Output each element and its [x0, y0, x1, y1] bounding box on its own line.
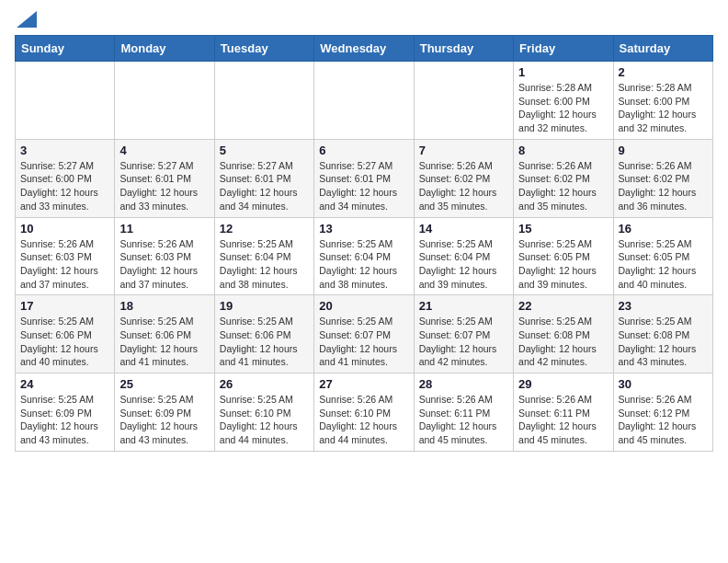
- calendar-cell: 23Sunrise: 5:25 AM Sunset: 6:08 PM Dayli…: [613, 295, 712, 373]
- day-number: 7: [419, 144, 508, 157]
- day-info: Sunrise: 5:26 AM Sunset: 6:11 PM Dayligh…: [518, 393, 608, 447]
- calendar-header: SundayMondayTuesdayWednesdayThursdayFrid…: [16, 36, 713, 62]
- day-info: Sunrise: 5:26 AM Sunset: 6:02 PM Dayligh…: [619, 159, 708, 213]
- weekday-header-saturday: Saturday: [613, 36, 712, 62]
- calendar-cell: [314, 62, 414, 140]
- calendar-cell: 16Sunrise: 5:25 AM Sunset: 6:05 PM Dayli…: [613, 217, 712, 295]
- page-header: [15, 15, 713, 24]
- day-number: 6: [319, 144, 408, 157]
- day-number: 2: [619, 65, 708, 79]
- calendar-cell: 26Sunrise: 5:25 AM Sunset: 6:10 PM Dayli…: [214, 373, 313, 452]
- calendar-cell: [115, 62, 214, 140]
- day-number: 4: [119, 144, 209, 157]
- day-info: Sunrise: 5:25 AM Sunset: 6:07 PM Dayligh…: [319, 315, 408, 369]
- calendar-cell: 14Sunrise: 5:25 AM Sunset: 6:04 PM Dayli…: [414, 217, 513, 295]
- day-number: 3: [20, 144, 109, 157]
- calendar-cell: 12Sunrise: 5:25 AM Sunset: 6:04 PM Dayli…: [214, 217, 313, 295]
- calendar-cell: 4Sunrise: 5:27 AM Sunset: 6:01 PM Daylig…: [115, 139, 214, 217]
- day-info: Sunrise: 5:28 AM Sunset: 6:00 PM Dayligh…: [619, 81, 708, 135]
- calendar-cell: 2Sunrise: 5:28 AM Sunset: 6:00 PM Daylig…: [613, 62, 712, 140]
- calendar-body: 1Sunrise: 5:28 AM Sunset: 6:00 PM Daylig…: [16, 62, 713, 452]
- calendar-cell: 9Sunrise: 5:26 AM Sunset: 6:02 PM Daylig…: [613, 139, 712, 217]
- calendar-cell: 24Sunrise: 5:25 AM Sunset: 6:09 PM Dayli…: [16, 373, 115, 452]
- weekday-header-friday: Friday: [514, 36, 613, 62]
- logo: [15, 15, 37, 24]
- day-number: 10: [20, 222, 109, 236]
- day-info: Sunrise: 5:25 AM Sunset: 6:06 PM Dayligh…: [220, 315, 309, 369]
- day-number: 16: [619, 222, 708, 236]
- calendar-cell: 20Sunrise: 5:25 AM Sunset: 6:07 PM Dayli…: [314, 295, 414, 373]
- day-number: 1: [518, 65, 608, 79]
- day-number: 8: [518, 144, 608, 157]
- day-info: Sunrise: 5:25 AM Sunset: 6:10 PM Dayligh…: [220, 393, 309, 447]
- calendar-cell: 28Sunrise: 5:26 AM Sunset: 6:11 PM Dayli…: [414, 373, 513, 452]
- calendar-cell: 19Sunrise: 5:25 AM Sunset: 6:06 PM Dayli…: [214, 295, 313, 373]
- day-number: 17: [20, 299, 109, 313]
- weekday-header-thursday: Thursday: [414, 36, 513, 62]
- calendar-cell: 25Sunrise: 5:25 AM Sunset: 6:09 PM Dayli…: [115, 373, 214, 452]
- day-number: 18: [119, 299, 209, 313]
- weekday-header-tuesday: Tuesday: [214, 36, 313, 62]
- day-info: Sunrise: 5:25 AM Sunset: 6:07 PM Dayligh…: [419, 315, 508, 369]
- weekday-header-row: SundayMondayTuesdayWednesdayThursdayFrid…: [16, 36, 713, 62]
- day-info: Sunrise: 5:25 AM Sunset: 6:04 PM Dayligh…: [319, 237, 408, 292]
- calendar-cell: 29Sunrise: 5:26 AM Sunset: 6:11 PM Dayli…: [514, 373, 613, 452]
- calendar-cell: [16, 62, 115, 140]
- calendar-week-2: 3Sunrise: 5:27 AM Sunset: 6:00 PM Daylig…: [16, 139, 713, 217]
- day-info: Sunrise: 5:27 AM Sunset: 6:01 PM Dayligh…: [220, 159, 309, 213]
- calendar-week-5: 24Sunrise: 5:25 AM Sunset: 6:09 PM Dayli…: [16, 373, 713, 452]
- day-info: Sunrise: 5:26 AM Sunset: 6:02 PM Dayligh…: [419, 159, 508, 213]
- day-info: Sunrise: 5:25 AM Sunset: 6:04 PM Dayligh…: [220, 237, 309, 292]
- day-number: 22: [518, 299, 608, 313]
- day-number: 26: [220, 377, 309, 391]
- calendar-cell: 22Sunrise: 5:25 AM Sunset: 6:08 PM Dayli…: [514, 295, 613, 373]
- calendar-cell: 8Sunrise: 5:26 AM Sunset: 6:02 PM Daylig…: [514, 139, 613, 217]
- calendar-cell: [214, 62, 313, 140]
- day-number: 28: [419, 377, 508, 391]
- svg-marker-0: [17, 11, 37, 28]
- weekday-header-sunday: Sunday: [16, 36, 115, 62]
- day-info: Sunrise: 5:25 AM Sunset: 6:06 PM Dayligh…: [20, 315, 109, 369]
- day-number: 23: [619, 299, 708, 313]
- logo-icon: [17, 11, 37, 28]
- day-info: Sunrise: 5:26 AM Sunset: 6:11 PM Dayligh…: [419, 393, 508, 447]
- calendar-cell: 11Sunrise: 5:26 AM Sunset: 6:03 PM Dayli…: [115, 217, 214, 295]
- calendar-cell: 18Sunrise: 5:25 AM Sunset: 6:06 PM Dayli…: [115, 295, 214, 373]
- day-number: 14: [419, 222, 508, 236]
- weekday-header-wednesday: Wednesday: [314, 36, 414, 62]
- calendar-cell: [414, 62, 513, 140]
- day-info: Sunrise: 5:27 AM Sunset: 6:01 PM Dayligh…: [119, 159, 209, 213]
- day-info: Sunrise: 5:25 AM Sunset: 6:08 PM Dayligh…: [518, 315, 608, 369]
- calendar-week-3: 10Sunrise: 5:26 AM Sunset: 6:03 PM Dayli…: [16, 217, 713, 295]
- day-info: Sunrise: 5:25 AM Sunset: 6:05 PM Dayligh…: [619, 237, 708, 292]
- calendar-cell: 6Sunrise: 5:27 AM Sunset: 6:01 PM Daylig…: [314, 139, 414, 217]
- calendar-cell: 7Sunrise: 5:26 AM Sunset: 6:02 PM Daylig…: [414, 139, 513, 217]
- day-info: Sunrise: 5:25 AM Sunset: 6:06 PM Dayligh…: [119, 315, 209, 369]
- calendar-table: SundayMondayTuesdayWednesdayThursdayFrid…: [15, 35, 713, 452]
- day-info: Sunrise: 5:25 AM Sunset: 6:09 PM Dayligh…: [20, 393, 109, 447]
- calendar-cell: 13Sunrise: 5:25 AM Sunset: 6:04 PM Dayli…: [314, 217, 414, 295]
- calendar-week-1: 1Sunrise: 5:28 AM Sunset: 6:00 PM Daylig…: [16, 62, 713, 140]
- day-info: Sunrise: 5:25 AM Sunset: 6:09 PM Dayligh…: [119, 393, 209, 447]
- day-number: 11: [119, 222, 209, 236]
- day-info: Sunrise: 5:26 AM Sunset: 6:02 PM Dayligh…: [518, 159, 608, 213]
- day-info: Sunrise: 5:25 AM Sunset: 6:05 PM Dayligh…: [518, 237, 608, 292]
- day-number: 15: [518, 222, 608, 236]
- day-number: 24: [20, 377, 109, 391]
- day-info: Sunrise: 5:26 AM Sunset: 6:03 PM Dayligh…: [20, 237, 109, 292]
- calendar-cell: 21Sunrise: 5:25 AM Sunset: 6:07 PM Dayli…: [414, 295, 513, 373]
- day-info: Sunrise: 5:26 AM Sunset: 6:10 PM Dayligh…: [319, 393, 408, 447]
- calendar-cell: 3Sunrise: 5:27 AM Sunset: 6:00 PM Daylig…: [16, 139, 115, 217]
- day-number: 20: [319, 299, 408, 313]
- day-number: 25: [119, 377, 209, 391]
- day-number: 29: [518, 377, 608, 391]
- calendar-cell: 15Sunrise: 5:25 AM Sunset: 6:05 PM Dayli…: [514, 217, 613, 295]
- day-number: 27: [319, 377, 408, 391]
- calendar-week-4: 17Sunrise: 5:25 AM Sunset: 6:06 PM Dayli…: [16, 295, 713, 373]
- day-number: 5: [220, 144, 309, 157]
- day-number: 21: [419, 299, 508, 313]
- day-number: 13: [319, 222, 408, 236]
- day-info: Sunrise: 5:25 AM Sunset: 6:04 PM Dayligh…: [419, 237, 508, 292]
- weekday-header-monday: Monday: [115, 36, 214, 62]
- day-number: 12: [220, 222, 309, 236]
